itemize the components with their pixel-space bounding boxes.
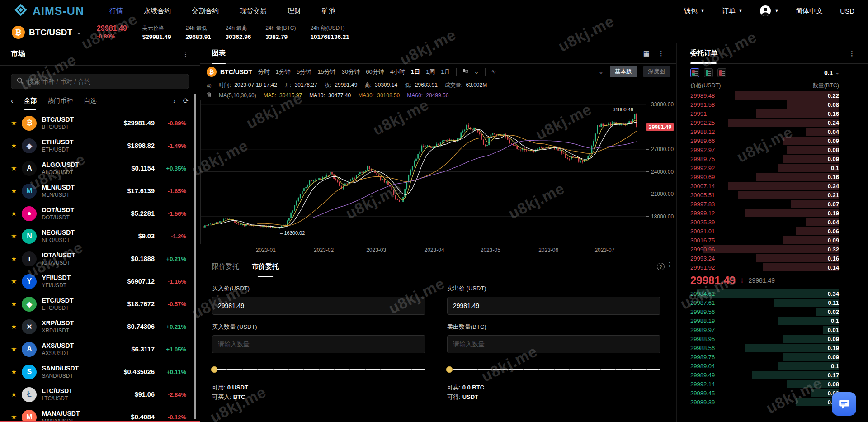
favorite-star-icon[interactable]: ★ xyxy=(11,209,17,218)
timeframe-1月[interactable]: 1月 xyxy=(441,68,450,76)
ask-row[interactable]: 29991.920.14 xyxy=(690,263,868,272)
coin-row-ETH[interactable]: ★◆ETH/USDTETH/USDT$1898.82-1.49% xyxy=(0,134,200,157)
book-mode-both-icon[interactable] xyxy=(690,68,699,77)
currency-selector[interactable]: USD xyxy=(840,7,854,15)
coin-row-YFI[interactable]: ★YYFI/USDTYFI/USDT$6907.12-1.16% xyxy=(0,270,200,293)
layout-grid-icon[interactable]: ▦ xyxy=(643,49,650,57)
bid-row[interactable]: 29989.760.09 xyxy=(690,352,868,361)
ask-row[interactable]: 29990.690.16 xyxy=(690,172,868,181)
help-icon[interactable]: ? xyxy=(657,263,665,270)
favorite-star-icon[interactable]: ★ xyxy=(11,187,17,195)
trash-icon[interactable] xyxy=(207,92,212,99)
sell-amount-input[interactable] xyxy=(447,335,660,353)
coin-row-NEO[interactable]: ★NNEO/USDTNEO/USDT$9.03-1.2% xyxy=(0,225,200,247)
bid-row[interactable]: 29989.560.02 xyxy=(690,307,868,316)
sell-price-input[interactable] xyxy=(447,297,660,315)
favorite-star-icon[interactable]: ★ xyxy=(11,119,17,127)
coin-row-DOT[interactable]: ★●DOT/USDTDOT/USDT$5.2281-1.56% xyxy=(0,202,200,225)
timeframe-4小时[interactable]: 4小时 xyxy=(390,68,405,76)
favorite-star-icon[interactable]: ★ xyxy=(11,368,17,376)
timeframe-1分钟[interactable]: 1分钟 xyxy=(276,68,291,76)
language-selector[interactable]: 简体中文 xyxy=(796,7,823,15)
bid-row[interactable]: 29984.610.34 xyxy=(690,289,868,298)
pair-selector[interactable]: ₿ BTC/USDT ⌄ xyxy=(12,26,81,39)
depth-view-button[interactable]: 深度图 xyxy=(643,66,670,77)
buy-amount-input[interactable] xyxy=(212,335,425,353)
bid-row[interactable]: 29989.040.1 xyxy=(690,361,868,370)
nav-item-交割合约[interactable]: 交割合约 xyxy=(192,7,219,15)
eye-icon[interactable]: ◎ xyxy=(207,82,211,89)
slider-handle[interactable] xyxy=(446,366,453,373)
ask-row[interactable]: 30005.510.21 xyxy=(690,190,868,199)
favorite-star-icon[interactable]: ★ xyxy=(11,300,17,308)
ask-row[interactable]: 29992.970.08 xyxy=(690,145,868,154)
ask-row[interactable]: 29997.830.07 xyxy=(690,199,868,209)
book-mode-asks-icon[interactable] xyxy=(717,68,726,77)
brand[interactable]: AIMS-UN xyxy=(14,3,84,19)
coin-row-XRP[interactable]: ★✕XRP/USDTXRP/USDT$0.74306+0.21% xyxy=(0,315,200,338)
search-input[interactable] xyxy=(28,78,183,85)
bid-row[interactable]: 29988.950.09 xyxy=(690,334,868,343)
sidebar-menu-icon[interactable]: ⋮ xyxy=(182,50,189,58)
timeframe-1日[interactable]: 1日 xyxy=(411,68,420,76)
candlestick-style-icon[interactable] xyxy=(462,68,468,76)
favorite-star-icon[interactable]: ★ xyxy=(11,345,17,353)
slider-track[interactable] xyxy=(212,369,425,370)
sidebar-tab-全部[interactable]: 全部 xyxy=(24,97,37,105)
nav-item-永续合约[interactable]: 永续合约 xyxy=(144,7,171,15)
slider-handle[interactable] xyxy=(211,366,217,373)
coin-row-IOTA[interactable]: ★ιIOTA/USDTIOTA/USDT$0.1888+0.21% xyxy=(0,247,200,270)
candlestick-plot[interactable]: – 31800.46– 16300.02 xyxy=(200,100,646,244)
ask-row[interactable]: 29992.920.1 xyxy=(690,163,868,172)
nav-item-理财[interactable]: 理财 xyxy=(288,7,301,15)
timeframe-30分钟[interactable]: 30分钟 xyxy=(342,68,360,76)
search-box[interactable] xyxy=(11,74,189,89)
sidebar-scrollbar[interactable] xyxy=(194,94,196,419)
ask-row[interactable]: 29990.960.32 xyxy=(690,245,868,254)
favorite-star-icon[interactable]: ★ xyxy=(11,255,17,263)
favorite-star-icon[interactable]: ★ xyxy=(11,322,17,331)
coin-row-MLN[interactable]: ★MMLN/USDTMLN/USDT$17.6139-1.65% xyxy=(0,180,200,202)
ask-row[interactable]: 299910.16 xyxy=(690,109,868,118)
panel-menu-icon[interactable]: ⋮ xyxy=(658,49,665,57)
coin-row-AXS[interactable]: ★AAXS/USDTAXS/USDT$6.3117+1.05% xyxy=(0,338,200,360)
tick-size-selector[interactable]: 0.1 ⌄ xyxy=(824,69,839,76)
nav-item-行情[interactable]: 行情 xyxy=(109,7,123,15)
favorite-star-icon[interactable]: ★ xyxy=(11,413,17,421)
tab-chart[interactable]: 图表 xyxy=(212,49,226,57)
ask-row[interactable]: 29989.480.22 xyxy=(690,91,868,100)
favorite-star-icon[interactable]: ★ xyxy=(11,232,17,240)
bid-row[interactable]: 29988.190.1 xyxy=(690,316,868,325)
ask-row[interactable]: 29991.580.08 xyxy=(690,100,868,109)
account-menu[interactable]: ▼ xyxy=(760,5,778,17)
buy-price-input[interactable] xyxy=(212,297,425,315)
bid-row[interactable]: 29988.560.19 xyxy=(690,343,868,352)
wallet-menu[interactable]: 钱包 ▼ xyxy=(684,7,705,15)
coin-row-MANA[interactable]: ★MMANA/USDTMANA/USDT$0.4084-0.12% xyxy=(0,406,200,422)
panel-menu-icon[interactable]: ⋮ xyxy=(666,261,673,268)
customer-support-chat-button[interactable] xyxy=(832,392,856,416)
chevron-right-icon[interactable]: › xyxy=(173,97,175,105)
ask-row[interactable]: 29989.660.09 xyxy=(690,136,868,145)
timeframe-60分钟[interactable]: 60分钟 xyxy=(366,68,384,76)
coin-row-LTC[interactable]: ★ŁLTC/USDTLTC/USDT$91.06-2.84% xyxy=(0,383,200,406)
bid-row[interactable]: 29989.490.17 xyxy=(690,370,868,379)
orders-menu[interactable]: 订单 ▼ xyxy=(722,7,742,15)
sidebar-tab-自选[interactable]: 自选 xyxy=(84,97,96,105)
indicator-icon[interactable]: ∿ xyxy=(491,68,496,75)
chevron-down-icon[interactable]: ⌄ xyxy=(599,68,604,75)
timeframe-分时[interactable]: 分时 xyxy=(258,68,270,76)
panel-menu-icon[interactable]: ⋮ xyxy=(849,49,855,57)
order-type-tab-限价委托[interactable]: 限价委托 xyxy=(212,262,239,271)
coin-row-SAND[interactable]: ★SSAND/USDTSAND/USDT$0.435026+0.11% xyxy=(0,360,200,383)
nav-item-矿池[interactable]: 矿池 xyxy=(322,7,335,15)
chevron-down-icon[interactable]: ⌄ xyxy=(474,68,479,75)
coin-row-ETC[interactable]: ★◆ETC/USDTETC/USDT$18.7672-0.57% xyxy=(0,293,200,315)
chevron-left-icon[interactable]: ‹ xyxy=(11,97,13,105)
nav-item-现货交易[interactable]: 现货交易 xyxy=(240,7,267,15)
bid-row[interactable]: 29992.140.08 xyxy=(690,379,868,389)
book-mode-bids-icon[interactable] xyxy=(704,68,713,77)
refresh-icon[interactable]: ⟳ xyxy=(183,96,189,105)
ask-row[interactable]: 30007.140.24 xyxy=(690,181,868,190)
timeframe-5分钟[interactable]: 5分钟 xyxy=(297,68,311,76)
